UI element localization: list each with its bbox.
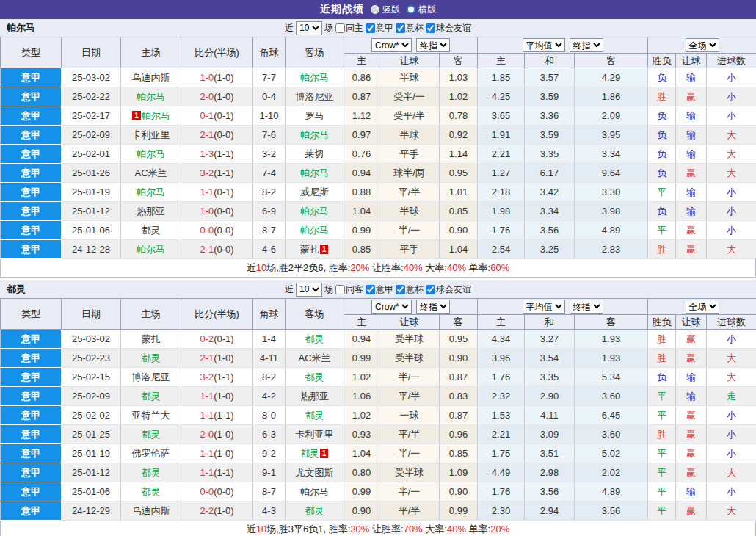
date-cell: 25-02-09 xyxy=(62,126,121,145)
away-team-cell: 都灵 xyxy=(286,406,344,425)
scope-select[interactable]: 全场 xyxy=(686,300,719,314)
score-cell: 0-1(0-1) xyxy=(181,106,253,126)
col-score: 比分(半场) xyxy=(181,299,253,330)
handicap-result-cell: 赢 xyxy=(676,221,707,240)
match-row: 意甲25-01-06都灵0-0(0-0)8-7帕尔马0.99半/一0.901.7… xyxy=(1,482,756,501)
scope-select[interactable]: 全场 xyxy=(686,38,719,52)
average-select[interactable]: 平均值 xyxy=(523,300,565,314)
near-count-select[interactable]: 10 xyxy=(296,21,322,35)
match-row: 意甲25-01-06都灵0-0(0-0)8-7帕尔马0.99半/一0.901.7… xyxy=(1,221,756,240)
avg-away-odds-cell: 4.29 xyxy=(575,68,648,87)
corner-cell: 8-7 xyxy=(253,482,286,501)
avg-draw-odds-cell: 3.56 xyxy=(525,221,575,240)
league-option[interactable]: 意甲 xyxy=(366,22,393,35)
horizontal-radio[interactable] xyxy=(407,5,415,14)
final-odds-select[interactable]: 终指 xyxy=(416,300,450,314)
same-venue-checkbox[interactable] xyxy=(335,23,345,33)
away-team-cell: 帕尔马 xyxy=(286,126,344,145)
col-goals: 进球数 xyxy=(707,315,756,330)
cup-option[interactable]: 意杯 xyxy=(396,22,424,35)
col-type: 类型 xyxy=(1,37,62,68)
avg-home-odds-cell: 3.65 xyxy=(478,106,525,126)
layout-option-horizontal[interactable]: 横版 xyxy=(407,4,436,16)
result-cell: 胜 xyxy=(648,240,676,259)
match-row: 意甲24-12-29乌迪内斯2-2(1-0)4-3都灵0.90平/半0.992.… xyxy=(1,501,756,521)
friendly-option[interactable]: 球会友谊 xyxy=(426,22,471,35)
handicap-result-cell: 赢 xyxy=(676,463,707,482)
cup-option[interactable]: 意杯 xyxy=(396,283,424,296)
match-row: 意甲25-02-09都灵1-1(1-0)4-2热那亚1.06平/半0.832.3… xyxy=(1,387,756,406)
score-cell: 0-0(0-0) xyxy=(181,482,253,501)
league-checkbox[interactable] xyxy=(366,23,375,33)
average-select[interactable]: 平均值 xyxy=(523,38,565,52)
handicap-away-odds-cell: 0.95 xyxy=(440,330,478,349)
handicap-result-cell: 输 xyxy=(676,368,707,387)
bookmaker-select[interactable]: Crow* xyxy=(371,300,412,314)
same-venue-option[interactable]: 同客 xyxy=(335,283,363,296)
avg-home-odds-cell: 2.21 xyxy=(478,145,525,164)
col-away: 客场 xyxy=(286,299,344,330)
away-team-cell: 博洛尼亚 xyxy=(286,87,344,106)
layout-option-vertical[interactable]: 竖版 xyxy=(371,4,400,16)
friendly-option[interactable]: 球会友谊 xyxy=(426,283,471,296)
goals-result-cell: 小 xyxy=(707,444,756,463)
same-venue-option[interactable]: 同主 xyxy=(335,22,363,35)
avg-draw-odds-cell: 3.09 xyxy=(525,425,575,444)
handicap-home-odds-cell: 1.06 xyxy=(344,387,379,406)
cup-checkbox[interactable] xyxy=(396,285,405,294)
match-row: 意甲25-01-12都灵1-1(1-1)9-1尤文图斯0.80受半球1.094.… xyxy=(1,463,756,482)
avg-away-odds-cell: 3.30 xyxy=(575,183,648,202)
handicap-home-odds-cell: 0.99 xyxy=(344,482,379,501)
cup-checkbox[interactable] xyxy=(396,23,405,33)
col-home: 主场 xyxy=(121,299,181,330)
home-team-cell: 卡利亚里 xyxy=(121,126,181,145)
home-team-cell: 帕尔马 xyxy=(121,240,181,259)
handicap-result-cell: 赢 xyxy=(676,330,707,349)
avg-away-odds-cell: 2.02 xyxy=(575,463,648,482)
goals-result-cell: 小 xyxy=(707,202,756,221)
league-checkbox[interactable] xyxy=(366,285,375,294)
home-team-cell: 都灵 xyxy=(121,463,181,482)
same-venue-checkbox[interactable] xyxy=(335,285,345,294)
away-team-cell: 热那亚 xyxy=(286,387,344,406)
match-row: 意甲25-02-09卡利亚里2-1(0-0)7-6帕尔马0.97半球0.921.… xyxy=(1,126,756,145)
away-team-cell: 蒙扎1 xyxy=(286,240,344,259)
col-away: 客场 xyxy=(286,37,344,68)
result-cell: 平 xyxy=(648,387,676,406)
handicap-home-odds-cell: 0.88 xyxy=(344,183,379,202)
goals-result-cell: 小 xyxy=(707,406,756,425)
corner-cell: 6-9 xyxy=(253,202,286,221)
vertical-radio[interactable] xyxy=(371,5,379,14)
corner-cell: 1-4 xyxy=(253,330,286,349)
home-team-cell: 热那亚 xyxy=(121,202,181,221)
col-corner: 角球 xyxy=(253,37,286,68)
handicap-home-odds-cell: 0.76 xyxy=(344,145,379,164)
friendly-checkbox[interactable] xyxy=(426,285,435,294)
final-odds-select-2[interactable]: 终指 xyxy=(570,38,603,52)
handicap-result-cell: 输 xyxy=(676,106,707,126)
col-handicap-home: 主 xyxy=(344,54,379,68)
bookmaker-select[interactable]: Crow* xyxy=(371,38,412,52)
match-row: 意甲25-01-12热那亚1-0(0-0)6-9帕尔马1.04半球0.851.9… xyxy=(1,202,756,221)
avg-home-odds-cell: 4.49 xyxy=(478,463,525,482)
near-count-select[interactable]: 10 xyxy=(296,283,322,297)
result-cell: 平 xyxy=(648,482,676,501)
league-cell: 意甲 xyxy=(1,425,62,444)
league-cell: 意甲 xyxy=(1,68,62,87)
matches-label: 场 xyxy=(324,283,333,296)
home-team-cell: 博洛尼亚 xyxy=(121,368,181,387)
league-option[interactable]: 意甲 xyxy=(366,283,393,296)
away-team-cell: 都灵 xyxy=(286,368,344,387)
goals-result-cell: 小 xyxy=(707,330,756,349)
avg-away-odds-cell: 3.60 xyxy=(575,425,648,444)
final-odds-select[interactable]: 终指 xyxy=(416,38,450,52)
away-team-cell: 帕尔马 xyxy=(286,164,344,183)
red-card-badge: 1 xyxy=(320,245,329,254)
final-odds-select-2[interactable]: 终指 xyxy=(570,300,603,314)
team-name: 都灵 xyxy=(7,283,26,296)
away-team-cell: 帕尔马 xyxy=(286,482,344,501)
score-cell: 2-1(0-0) xyxy=(181,126,253,145)
league-cell: 意甲 xyxy=(1,463,62,482)
corner-cell: 9-1 xyxy=(253,463,286,482)
friendly-checkbox[interactable] xyxy=(426,23,435,33)
